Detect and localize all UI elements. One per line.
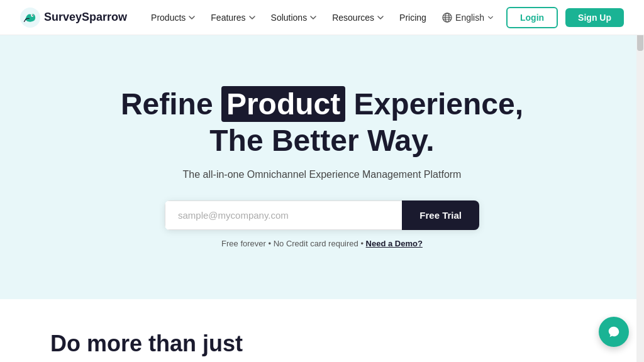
nav-pricing[interactable]: Pricing [393, 9, 433, 26]
lower-section: Do more than just Surveys. [0, 299, 644, 362]
nav-solutions[interactable]: Solutions [265, 9, 324, 26]
hero-note: Free forever • No Credit card required •… [221, 239, 423, 248]
need-demo-link[interactable]: Need a Demo? [366, 239, 423, 248]
free-trial-button[interactable]: Free Trial [402, 200, 479, 230]
navbar: SurveySparrow Products Features Solution… [0, 0, 644, 35]
chat-bubble-button[interactable] [599, 317, 629, 347]
language-selector[interactable]: English [437, 10, 499, 25]
globe-icon [442, 13, 452, 23]
chevron-down-icon [377, 14, 384, 21]
hero-highlight: Product [221, 86, 345, 122]
hero-form: Free Trial [165, 200, 479, 230]
scrollbar[interactable] [636, 0, 644, 362]
nav-links: Products Features Solutions Resources Pr… [145, 9, 437, 26]
brand-logo[interactable]: SurveySparrow [20, 8, 127, 28]
email-input[interactable] [165, 200, 402, 230]
chat-icon [607, 325, 621, 339]
chevron-down-icon [309, 14, 317, 21]
nav-resources[interactable]: Resources [326, 9, 391, 26]
hero-title: Refine Product Experience, The Better Wa… [121, 86, 523, 158]
signup-button[interactable]: Sign Up [565, 8, 624, 27]
sparrow-logo-icon [20, 8, 40, 28]
hero-subtitle: The all-in-one Omnichannel Experience Ma… [183, 169, 462, 180]
lower-title: Do more than just Surveys. [50, 329, 302, 362]
nav-products[interactable]: Products [145, 9, 202, 26]
svg-point-2 [32, 14, 33, 16]
brand-name: SurveySparrow [44, 11, 127, 24]
nav-features[interactable]: Features [204, 9, 262, 26]
chevron-down-icon [188, 14, 196, 21]
chevron-down-icon [487, 14, 494, 21]
hero-section: Refine Product Experience, The Better Wa… [0, 35, 644, 299]
login-button[interactable]: Login [506, 7, 558, 28]
nav-actions: English Login Sign Up [437, 7, 624, 28]
language-label: English [455, 13, 484, 23]
chevron-down-icon [248, 14, 256, 21]
